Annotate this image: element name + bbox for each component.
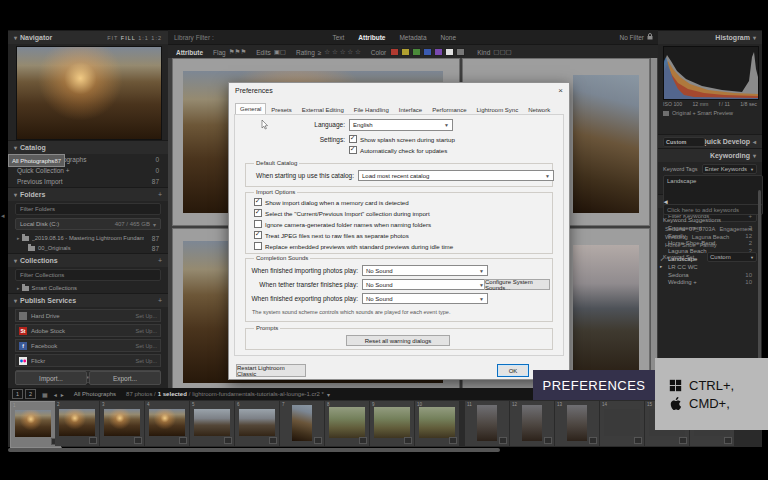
filter-mode-none[interactable]: None [441, 34, 457, 41]
film-thumb[interactable]: 4 [145, 401, 190, 446]
publish-service-adobe-stock[interactable]: St Adobe Stock Set Up... [15, 324, 161, 337]
filter-mode-metadata[interactable]: Metadata [399, 34, 426, 41]
swatch-yellow[interactable] [401, 48, 410, 56]
add-collection-icon[interactable]: + [158, 257, 162, 264]
left-panel-collapse-arrow[interactable]: ◂ [1, 212, 5, 220]
reset-warning-dialogs-button[interactable]: Reset all warning dialogs [346, 335, 450, 346]
add-service-icon[interactable]: + [158, 297, 162, 304]
disclosure-icon[interactable]: ▸ [660, 264, 668, 269]
swatch-gray[interactable] [456, 48, 465, 56]
checkbox-show-import-dialog[interactable]: Show import dialog when a memory card is… [254, 198, 409, 206]
film-thumb[interactable]: 7 [280, 401, 325, 446]
swatch-blue[interactable] [423, 48, 432, 56]
disclosure-icon[interactable]: ▸ [17, 235, 20, 241]
tab-general[interactable]: General [235, 103, 266, 114]
keyword-set-select[interactable]: Custom ▼ [707, 252, 757, 262]
filter-mode-attribute[interactable]: Attribute [358, 34, 385, 41]
zoom-fit[interactable]: FIT [107, 35, 118, 41]
keyword-row[interactable]: Sedona10 [658, 271, 762, 279]
color-swatches[interactable] [390, 48, 467, 56]
filter-folders-input[interactable]: Filter Folders [15, 203, 161, 215]
keyword-row[interactable]: ▸LR CC WC [658, 263, 762, 271]
suggestion-chip[interactable]: Engagement [719, 226, 752, 232]
grid-view-icon[interactable]: ▦ [42, 391, 48, 398]
catalog-panel-header[interactable]: ▾ Catalog [8, 140, 168, 154]
collections-panel-header[interactable]: ▾ Collections + [8, 253, 168, 267]
filter-mode-text[interactable]: Text [332, 34, 344, 41]
kind-icons[interactable]: ▢▢▢ [493, 48, 511, 56]
histogram-graph[interactable] [663, 46, 759, 100]
film-thumb[interactable]: 10 [415, 401, 460, 446]
dialog-titlebar[interactable]: Preferences × [229, 83, 569, 97]
swatch-red[interactable] [390, 48, 399, 56]
checkbox-replace-embedded-previews[interactable]: Replace embedded previews with standard … [254, 242, 453, 250]
main-window-icon[interactable]: 1 [12, 389, 23, 399]
sound-tether-select[interactable]: No Sound▼ [362, 279, 488, 290]
lock-icon[interactable] [647, 33, 653, 41]
suggestion-chip[interactable]: Sedona [665, 226, 685, 232]
folder-row[interactable]: 00_Originals 87 [8, 243, 168, 253]
film-thumb[interactable]: 13 [555, 401, 600, 446]
smart-collections-row[interactable]: ▸ Smart Collections [8, 283, 168, 293]
suggestion-chip[interactable]: Laguna Beach [692, 234, 729, 240]
filter-preset-dropdown[interactable]: No Filter [619, 34, 644, 41]
film-thumb[interactable]: 14 [600, 401, 645, 446]
filmstrip-source[interactable]: All Photographs [74, 391, 116, 397]
film-thumb[interactable]: 12 [510, 401, 555, 446]
film-thumb[interactable]: 11 [465, 401, 510, 446]
ok-button[interactable]: OK [497, 364, 529, 377]
navigator-preview-image[interactable] [16, 46, 162, 140]
sound-export-select[interactable]: No Sound▼ [362, 293, 488, 304]
film-thumb[interactable]: 2 [55, 401, 100, 446]
keyword-tags-textarea[interactable]: Landscape [663, 175, 763, 207]
navigator-panel-header[interactable]: ▾ Navigator FIT FILL 1:1 1:2 [8, 30, 168, 44]
export-button[interactable]: Export... [89, 371, 161, 385]
film-thumb[interactable]: 3 [100, 401, 145, 446]
default-catalog-select[interactable]: Load most recent catalog▼ [358, 170, 554, 181]
publish-service-flickr[interactable]: Flickr Set Up... [15, 354, 161, 367]
swatch-white[interactable] [445, 48, 454, 56]
histogram-panel-header[interactable]: Histogram ▾ [658, 30, 762, 44]
checkbox-ignore-folder-names[interactable]: Ignore camera-generated folder names whe… [254, 220, 431, 228]
zoom-fill[interactable]: FILL [121, 35, 136, 41]
filmstrip-scrollbar[interactable] [8, 448, 500, 452]
zoom-1-1[interactable]: 1:1 [138, 35, 149, 41]
import-button[interactable]: Import... [15, 371, 87, 385]
suggestion-chip[interactable]: Family [700, 242, 717, 248]
forward-arrow-icon[interactable]: ▸ [61, 391, 64, 398]
suggestion-chip[interactable]: Horse Shoe [665, 242, 696, 248]
saved-preset-select[interactable]: Custom [663, 137, 705, 147]
close-icon[interactable]: × [558, 86, 563, 95]
right-panel-scrollbar[interactable] [758, 190, 761, 380]
disclosure-icon[interactable]: ▸ [17, 285, 20, 291]
catalog-item-all-photographs[interactable]: All Photographs 87 [8, 154, 65, 167]
grid-scrollbar[interactable] [650, 58, 657, 388]
folders-panel-header[interactable]: ▾ Folders + [8, 187, 168, 201]
sound-import-select[interactable]: No Sound▼ [362, 265, 488, 276]
configure-system-sounds-button[interactable]: Configure System Sounds... [484, 279, 550, 290]
suggestion-chip[interactable]: 07_0703A [689, 226, 715, 232]
zoom-1-2[interactable]: 1:2 [151, 35, 162, 41]
keyword-suggestions-header[interactable]: Keyword Suggestions [663, 217, 721, 223]
publish-service-hard-drive[interactable]: Hard Drive Set Up... [15, 309, 161, 322]
publish-services-panel-header[interactable]: ▾ Publish Services + [8, 293, 168, 307]
chevron-down-icon[interactable]: ▾ [153, 221, 156, 228]
photo-thumbnail[interactable] [573, 245, 639, 383]
back-arrow-icon[interactable]: ◂ [54, 391, 57, 398]
checkbox-select-previous-import[interactable]: Select the "Current/Previous Import" col… [254, 209, 430, 217]
swatch-purple[interactable] [434, 48, 443, 56]
checkbox-check-updates[interactable]: Automatically check for updates [349, 146, 447, 154]
add-folder-icon[interactable]: + [158, 191, 162, 198]
edits-icons[interactable]: ▣▢ [274, 48, 286, 56]
film-thumb[interactable]: 9 [370, 401, 415, 446]
catalog-item-previous-import[interactable]: Previous Import 87 [8, 176, 168, 187]
film-thumb[interactable]: 8 [325, 401, 370, 446]
volume-row-local-disk[interactable]: Local Disk (C:) 407 / 465 GB ▾ [15, 218, 161, 230]
flag-icons[interactable]: ⚑⚑⚑ [229, 48, 246, 56]
filter-collections-input[interactable]: Filter Collections [15, 269, 161, 281]
photo-thumbnail[interactable] [573, 75, 639, 213]
quick-develop-panel-header[interactable]: Custom Quick Develop ◂ [658, 134, 762, 148]
second-window-icon[interactable]: 2 [25, 389, 36, 399]
suggestion-chip[interactable]: Wedding [665, 234, 688, 240]
keyword-row[interactable]: Wedding +10 [658, 279, 762, 287]
